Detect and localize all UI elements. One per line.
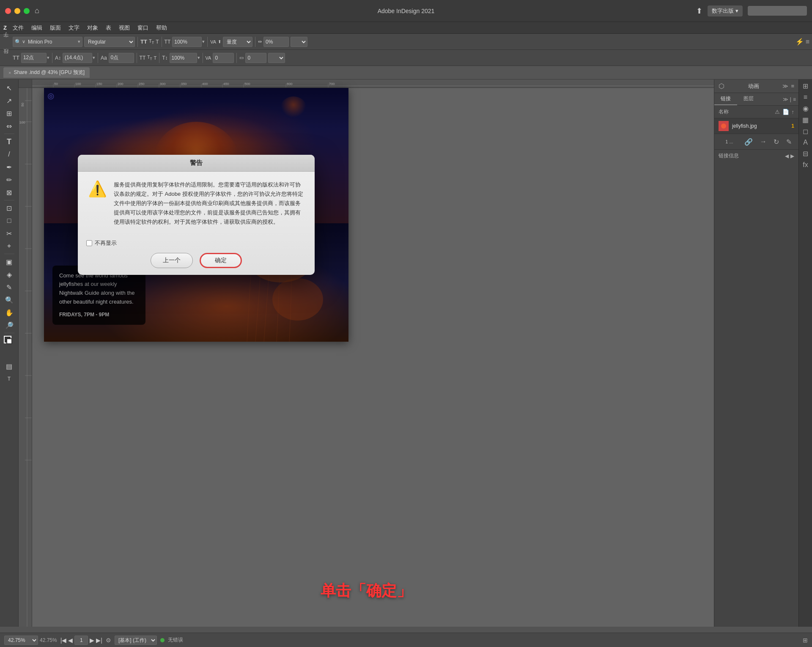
panel-expand-icon[interactable]: ≫ <box>782 83 788 89</box>
font-size-input[interactable] <box>172 37 202 47</box>
rect-frame-tool[interactable]: ⊡ <box>3 202 16 214</box>
next-page-btn[interactable]: ▶ <box>90 637 94 644</box>
search-input[interactable] <box>748 6 807 16</box>
workspace-select[interactable]: [基本] (工作) <box>115 636 157 645</box>
first-page-btn[interactable]: |◀ <box>60 637 67 644</box>
effects-icon[interactable]: fx <box>803 161 808 169</box>
last-page-btn[interactable]: ▶| <box>96 637 102 644</box>
dont-show-checkbox[interactable] <box>86 240 92 246</box>
menu-view[interactable]: 视图 <box>115 23 133 33</box>
home-icon[interactable]: ⌂ <box>35 6 39 15</box>
font-style-select[interactable]: Regular <box>84 37 135 47</box>
eyedropper-tool[interactable]: 🔍 <box>3 294 16 306</box>
lightning-icon[interactable]: ⚡ <box>796 38 804 46</box>
doc-tab[interactable]: × Share .indd @ 43% [GPU 预览] <box>3 67 90 78</box>
panel-menu-icon[interactable]: ≡ <box>791 83 794 89</box>
warning-icon: ⚠️ <box>88 180 107 198</box>
type-tool2[interactable]: T <box>3 373 16 385</box>
layers-icon[interactable]: ⊞ <box>803 82 808 90</box>
divider3 <box>207 37 208 47</box>
pt-size-input[interactable] <box>21 53 47 63</box>
prev-button[interactable]: 上一个 <box>151 253 193 268</box>
minimize-button[interactable] <box>14 8 20 14</box>
zoom-tool[interactable]: 🔎 <box>3 319 16 331</box>
goto-link-icon[interactable]: → <box>760 138 767 145</box>
scale-select[interactable] <box>291 37 307 47</box>
scale-input[interactable] <box>263 37 289 47</box>
tab-close-button[interactable]: × <box>8 70 11 75</box>
relink-icon[interactable]: 🔗 <box>744 138 753 146</box>
pen-tool[interactable]: ✒ <box>3 161 16 173</box>
preview-mode[interactable]: ▤ <box>3 360 16 372</box>
tab-links[interactable]: 链接 <box>714 93 737 105</box>
hand-tool[interactable]: ✋ <box>3 307 16 318</box>
info-prev-arrow[interactable]: ◀ <box>785 153 789 159</box>
info-next-arrow[interactable]: ▶ <box>790 153 794 159</box>
page-input[interactable] <box>74 636 88 645</box>
kern-input[interactable] <box>109 53 134 63</box>
color-icon[interactable]: ◉ <box>803 104 809 112</box>
baseline-select[interactable] <box>268 53 285 63</box>
align-icon[interactable]: ⊟ <box>803 150 808 158</box>
panel-expand2[interactable]: ≫ <box>783 96 788 102</box>
baseline-input[interactable] <box>245 53 266 63</box>
more-icon[interactable]: ≡ <box>806 38 809 46</box>
font-input[interactable] <box>26 37 77 47</box>
main-layout: ↖ ↗ ⊞ ⇔ T / ✒ ✏ ⊠ ⊡ □ ✂ ⌖ ▣ ◈ ✎ 🔍 ✋ 🔎 ▤ … <box>0 80 812 627</box>
pencil-tool[interactable]: ✏ <box>3 174 16 186</box>
line-tool[interactable]: / <box>3 148 16 160</box>
panel-menu2[interactable]: | <box>790 96 791 102</box>
update-link-icon[interactable]: ↻ <box>774 138 779 146</box>
publish-button[interactable]: 数字出版 ▾ <box>708 5 743 16</box>
tab-layers[interactable]: 图层 <box>737 93 760 105</box>
panel-list-icon[interactable]: ≡ <box>793 96 796 102</box>
close-button[interactable] <box>5 8 11 14</box>
gap-tool[interactable]: ⇔ <box>3 120 16 132</box>
metrics-select[interactable]: 量度 <box>223 37 252 47</box>
doc-sort-icon[interactable]: 📄 <box>782 109 789 115</box>
rect-tool[interactable]: □ <box>3 215 16 227</box>
menu-window[interactable]: 窗口 <box>134 23 152 33</box>
status-dot <box>160 638 165 642</box>
share-button[interactable]: ⬆ <box>696 6 702 16</box>
note-tool[interactable]: ✎ <box>3 281 16 293</box>
fill-stroke[interactable] <box>3 335 16 347</box>
gradient-tool[interactable]: ▣ <box>3 256 16 268</box>
va-para-input[interactable] <box>213 53 234 63</box>
leading-input[interactable] <box>63 53 92 63</box>
scale-h-icon: T↕ <box>162 55 167 61</box>
menu-layout[interactable]: 版面 <box>47 23 64 33</box>
swatches-icon[interactable]: ▦ <box>802 116 809 124</box>
arrow-sort-icon[interactable]: ↑ <box>792 109 795 115</box>
transform-tool[interactable]: ⌖ <box>3 240 16 252</box>
menu-file[interactable]: 文件 <box>9 23 27 33</box>
scale-h-input[interactable] <box>170 53 197 63</box>
dont-show-row: 不再显示 <box>86 239 306 247</box>
menu-edit[interactable]: 编辑 <box>28 23 46 33</box>
scissors-tool[interactable]: ✂ <box>3 228 16 239</box>
select-tool[interactable]: ↖ <box>3 82 16 94</box>
properties-icon[interactable]: ≡ <box>804 93 807 101</box>
ok-button[interactable]: 确定 <box>200 253 242 268</box>
content-collector[interactable]: ⊠ <box>3 186 16 198</box>
prev-page-btn[interactable]: ◀ <box>68 637 73 644</box>
page-tool[interactable]: ⊞ <box>3 107 16 119</box>
menu-object[interactable]: 对象 <box>84 23 102 33</box>
menu-help[interactable]: 帮助 <box>153 23 170 33</box>
zoom-select[interactable]: 42.75% <box>4 636 38 645</box>
gradient-feather[interactable]: ◈ <box>3 269 16 280</box>
status-expand-icon[interactable]: ⊞ <box>803 637 808 644</box>
direct-select-tool[interactable]: ↗ <box>3 95 16 107</box>
zoom-button[interactable] <box>24 8 30 14</box>
page-options-icon[interactable]: ⚙ <box>106 637 111 644</box>
link-item-jellyfish[interactable]: jellyfish.jpg 1 <box>714 118 798 134</box>
menu-table[interactable]: 表 <box>102 23 115 33</box>
stroke-icon[interactable]: ◻ <box>803 127 808 135</box>
type-tool[interactable]: T <box>3 136 16 148</box>
edit-original-icon[interactable]: ✎ <box>786 138 792 146</box>
menu-type[interactable]: 文字 <box>65 23 83 33</box>
char-styles-icon[interactable]: A <box>803 139 808 146</box>
scale-icon: ⇔ <box>258 39 262 44</box>
warning-sort-icon[interactable]: ⚠ <box>775 109 780 115</box>
svg-text:50: 50 <box>54 82 58 86</box>
